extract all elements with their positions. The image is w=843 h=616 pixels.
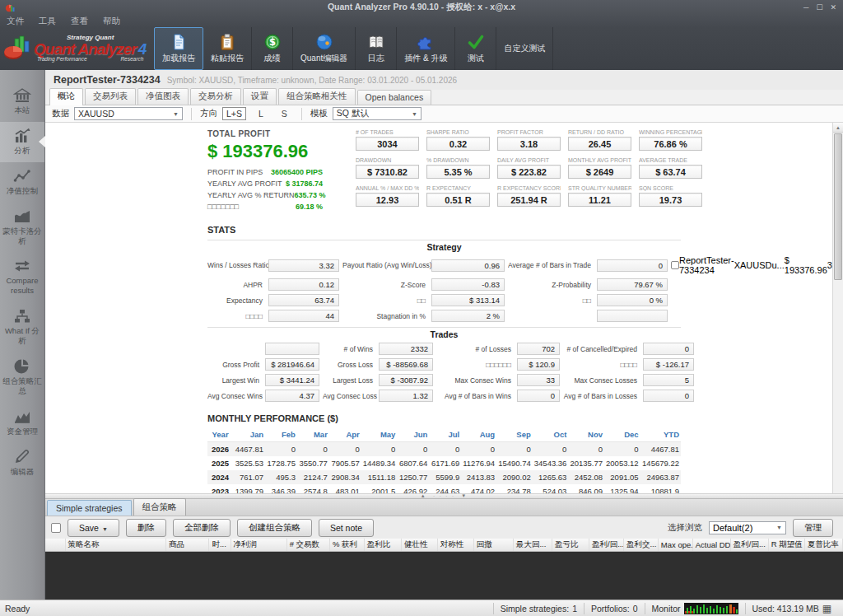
col-header[interactable]: % 获利	[329, 539, 364, 552]
tab-Open balances[interactable]: Open balances	[357, 90, 432, 105]
strategies-header-row: 策略名称商品时...净利润# 交易数% 获利盈利比健壮性对称性回撤最大回...盈…	[45, 539, 843, 552]
data-select[interactable]: XAUUSD ▼	[74, 107, 183, 120]
tab-净值图表[interactable]: 净值图表	[137, 88, 189, 105]
col-header[interactable]: 盈利/回...	[589, 539, 624, 552]
direction-L[interactable]: L	[253, 108, 269, 119]
select-all-checkbox[interactable]	[51, 523, 61, 533]
menubar: 文件工具查看帮助	[0, 15, 843, 27]
scroll-up-icon[interactable]: ▲	[833, 123, 843, 133]
trades-pair: # of Wins2332	[323, 343, 433, 355]
menu-工具[interactable]: 工具	[39, 16, 56, 27]
tab-交易分析[interactable]: 交易分析	[190, 88, 241, 105]
col-header[interactable]: Max ope...	[658, 539, 692, 552]
results-button[interactable]: $成绩	[252, 27, 293, 70]
col-header[interactable]: 策略名称	[65, 539, 166, 552]
sidebar-item-compare-results[interactable]: Compare results	[0, 252, 44, 302]
delete-all-button[interactable]: 全部删除	[173, 519, 231, 537]
set-note-button[interactable]: Set note	[319, 519, 374, 537]
monthly-col-Nov[interactable]: Nov	[568, 427, 604, 442]
monthly-col-Mar[interactable]: Mar	[297, 427, 329, 442]
col-header[interactable]: Actual DD	[692, 539, 730, 552]
col-header[interactable]: 健壮性	[401, 539, 437, 552]
vertical-scrollbar[interactable]: ▲	[832, 123, 843, 493]
tab-组合策略相关性[interactable]: 组合策略相关性	[278, 88, 356, 105]
col-header[interactable]: 时...	[209, 539, 231, 552]
logo-sub-right: Research	[120, 57, 143, 63]
trades-pair: □□□□$ -126.17	[563, 358, 694, 371]
save-button[interactable]: Save▼	[68, 519, 119, 537]
col-header[interactable]: 对称性	[437, 539, 473, 552]
col-header[interactable]: # 交易数	[286, 539, 329, 552]
app-window-icon	[5, 3, 15, 13]
monthly-col-Feb[interactable]: Feb	[265, 427, 297, 442]
load-report-button[interactable]: 加载报告	[154, 27, 203, 70]
monthly-col-Aug[interactable]: Aug	[461, 427, 496, 442]
delete-button[interactable]: 删除	[126, 519, 166, 537]
monthly-col-Jul[interactable]: Jul	[429, 427, 461, 442]
sidebar-item-money-management[interactable]: 资金管理	[0, 403, 44, 443]
checkbox-col-header[interactable]	[45, 539, 65, 552]
col-header[interactable]: 净利润	[231, 539, 286, 552]
tab-交易列表[interactable]: 交易列表	[85, 88, 136, 105]
row-checkbox[interactable]	[671, 261, 679, 269]
monthly-col-Year[interactable]: Year	[207, 427, 233, 442]
menu-文件[interactable]: 文件	[7, 16, 24, 27]
sidebar-item-portfolio-summary[interactable]: 组合策略汇总	[0, 352, 44, 403]
sidebar-item-editor[interactable]: 编辑器	[0, 443, 44, 483]
profit-row: YEARLY AVG PROFIT$ 31786.74	[207, 180, 323, 188]
portfolios-count: 0	[633, 604, 638, 614]
tab-设置[interactable]: 设置	[243, 88, 277, 105]
scrollbar-thumb[interactable]	[834, 133, 842, 280]
template-select[interactable]: SQ 默认 ▼	[333, 107, 422, 120]
logo-sub-left: Trading Performance	[37, 57, 87, 63]
view-select[interactable]: Default(2) ▼	[709, 521, 786, 534]
profit-row: PROFIT IN PIPS36065400 PIPS	[207, 168, 323, 176]
menu-查看[interactable]: 查看	[71, 16, 88, 27]
dollar-coin-icon: $	[263, 33, 282, 51]
tab-概论[interactable]: 概论	[49, 88, 83, 105]
col-header[interactable]: 盈利/回...	[730, 539, 768, 552]
maximize-button[interactable]: ☐	[816, 3, 822, 12]
sidebar-item-analyze[interactable]: 分析	[0, 122, 44, 162]
bottom-tab-组合策略[interactable]: 组合策略	[133, 498, 186, 516]
bottom-tab-Simple strategies[interactable]: Simple strategies	[47, 500, 132, 516]
monthly-col-Sep[interactable]: Sep	[496, 427, 533, 442]
profit-rows: PROFIT IN PIPS36065400 PIPSYEARLY AVG PR…	[207, 168, 323, 211]
minimize-button[interactable]: ─	[803, 3, 808, 12]
col-header[interactable]: 最大回...	[513, 539, 552, 552]
monthly-col-Dec[interactable]: Dec	[604, 427, 640, 442]
test-button[interactable]: 测试	[455, 27, 496, 70]
log-button[interactable]: 日志	[356, 27, 397, 70]
plugins-button[interactable]: 插件 & 升级	[397, 27, 455, 70]
close-button[interactable]: ✕	[830, 3, 836, 12]
monthly-col-YTD[interactable]: YTD	[640, 427, 681, 442]
stat-box: DAILY AVG PROFIT$ 223.82	[497, 157, 561, 179]
direction-S[interactable]: S	[276, 108, 293, 119]
sidebar-item-equity-control[interactable]: 净值控制	[0, 162, 44, 203]
sidebar-item-what-if[interactable]: What If 分析	[0, 302, 44, 352]
monthly-col-Oct[interactable]: Oct	[533, 427, 569, 442]
manage-button[interactable]: 管理	[793, 519, 833, 537]
monthly-col-Jan[interactable]: Jan	[233, 427, 265, 442]
col-header[interactable]: R 期望值	[768, 539, 804, 552]
pie-chart-icon	[13, 358, 31, 375]
quant-editor-button[interactable]: Quant编辑器	[293, 27, 356, 70]
col-header[interactable]: 盈利比	[364, 539, 401, 552]
col-header[interactable]: 盈亏比	[552, 539, 589, 552]
menu-帮助[interactable]: 帮助	[103, 16, 120, 27]
custom-test-button[interactable]: 自定义测试	[496, 27, 553, 70]
col-header[interactable]: 夏普比率	[804, 539, 842, 552]
monthly-col-Apr[interactable]: Apr	[329, 427, 361, 442]
col-header[interactable]: 回撤	[473, 539, 513, 552]
sidebar-item-monte-carlo[interactable]: 蒙特卡洛分析	[0, 203, 44, 253]
sidebar-item-home[interactable]: 本站	[0, 82, 44, 122]
monthly-col-May[interactable]: May	[361, 427, 398, 442]
direction-L+S[interactable]: L+S	[222, 107, 246, 120]
dropdown-arrow-icon: ▼	[776, 525, 782, 530]
monthly-col-Jun[interactable]: Jun	[397, 427, 429, 442]
paste-report-button[interactable]: 粘贴报告	[203, 27, 252, 70]
col-header[interactable]: 盈利交...	[623, 539, 658, 552]
trades-row: # of Wins2332# of Losses702# of Cancelle…	[207, 343, 681, 355]
col-header[interactable]: 商品	[166, 539, 209, 552]
create-portfolio-button[interactable]: 创建组合策略	[237, 519, 312, 537]
